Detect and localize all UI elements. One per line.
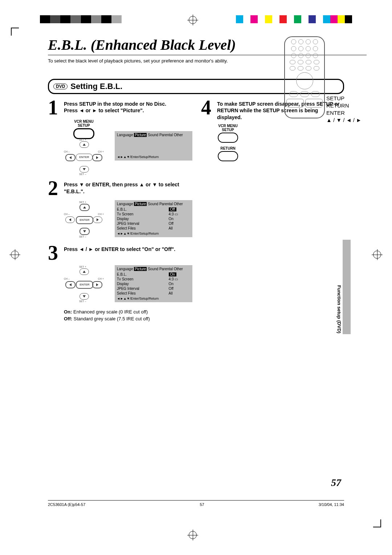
registration-top xyxy=(189,16,197,24)
print-bars-color xyxy=(236,15,352,23)
setup-button-icon xyxy=(73,128,94,139)
remote-illustration: SETUP RETURN ENTER ▲ / ▼ / ◄ / ► xyxy=(284,36,325,118)
remote-label-enter: ENTER xyxy=(326,110,345,116)
step2-text: Press ▼ or ENTER, then press ▲ or ▼ to s… xyxy=(64,181,192,195)
step3-diagram: ENTER SET + SET – CH – CH + Language Pic… xyxy=(64,265,192,302)
osd-step1: Language Picture Sound Parental Other ◄►… xyxy=(115,131,192,161)
vcrmenu-label-2: VCR MENU xyxy=(217,124,239,128)
registration-right xyxy=(373,251,381,259)
vcrmenu-label: VCR MENU xyxy=(64,119,104,123)
setup-button-icon-2 xyxy=(218,133,238,143)
ebl-explanation: On: Enhanced grey scale (0 IRE cut off) … xyxy=(64,309,192,323)
step1-text-a: Press SETUP in the stop mode or No Disc. xyxy=(64,101,166,108)
dpad-icon: ENTER SET + SET – CH – CH + xyxy=(64,268,104,300)
print-footer: 2C53601A (E)p54-57 57 3/10/04, 11:34 xyxy=(48,500,344,507)
osd-step2: Language Picture Sound Parental Other E.… xyxy=(115,200,192,237)
side-tab-label: Function setup (DVD) xyxy=(336,285,342,333)
step4-text: To make SETUP screen disappear, press SE… xyxy=(217,101,344,121)
setup-label-2: SETUP xyxy=(217,128,239,132)
footer-left: 2C53601A (E)p54-57 xyxy=(48,502,85,507)
step-1: 1 Press SETUP in the stop mode or No Dis… xyxy=(48,98,192,117)
osd-step3: Language Picture Sound Parental Other E.… xyxy=(115,265,192,302)
registration-left xyxy=(11,251,19,259)
crop-mark-br xyxy=(373,519,381,527)
dvd-badge: DVD xyxy=(53,84,68,89)
registration-bottom xyxy=(189,531,197,539)
dpad-icon: ENTER SET + SET – CH – CH + xyxy=(64,204,104,235)
remote-label-setup: SETUP xyxy=(326,95,344,101)
crop-mark-tl xyxy=(11,28,19,36)
left-column: 1 Press SETUP in the stop mode or No Dis… xyxy=(48,98,192,323)
step-2: 2 Press ▼ or ENTER, then press ▲ or ▼ to… xyxy=(48,179,192,197)
step1-diagram: VCR MENU SETUP ENTER SET + SET – CH – CH… xyxy=(64,119,192,173)
footer-center: 57 xyxy=(200,502,204,507)
remote-label-return: RETURN xyxy=(326,102,349,109)
return-label: RETURN xyxy=(217,146,239,150)
section-title: Setting E.B.L. xyxy=(70,82,122,91)
step2-diagram: ENTER SET + SET – CH – CH + Language Pic… xyxy=(64,200,192,237)
page-subtitle: To select the black level of playback pi… xyxy=(48,58,244,64)
thumb-tab-grey xyxy=(343,240,351,334)
step3-text: Press ◄ / ► or ENTER to select "On" or "… xyxy=(64,246,175,253)
print-bars-bw xyxy=(40,15,122,23)
page-number: 57 xyxy=(331,477,341,489)
setup-label: SETUP xyxy=(64,123,104,127)
return-button-icon xyxy=(218,151,238,161)
right-column: 4 To make SETUP screen disappear, press … xyxy=(201,98,344,323)
step1-text-b: Press ◄ or ► to select "Picture". xyxy=(64,107,166,114)
remote-label-arrows: ▲ / ▼ / ◄ / ► xyxy=(326,117,362,123)
footer-right: 3/10/04, 11:34 xyxy=(319,502,344,507)
step-3: 3 Press ◄ / ► or ENTER to select "On" or… xyxy=(48,244,192,262)
